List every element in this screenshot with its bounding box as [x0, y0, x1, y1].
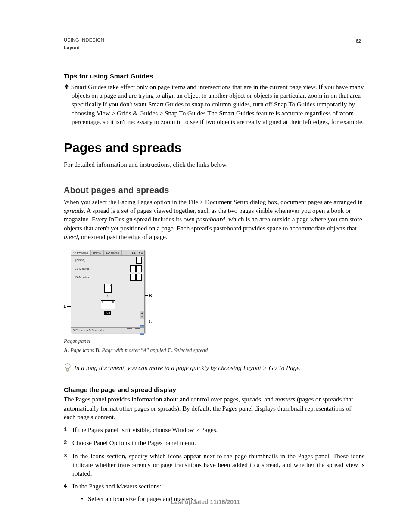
running-header: USING INDESIGN Layout 62	[64, 37, 364, 51]
tab-pages[interactable]: ◇ PAGES	[71, 250, 91, 255]
master-a-row[interactable]: A-Master	[71, 264, 144, 273]
step-item: In the Icons section, specify which icon…	[64, 452, 364, 478]
panel-footer-status: 8 Pages in 5 Spreads	[73, 328, 104, 333]
new-page-icon[interactable]	[127, 328, 132, 333]
master-thumb-icon	[130, 265, 136, 272]
steps-list: If the Pages panel isn't visible, choose…	[64, 426, 364, 503]
tab-info[interactable]: INFO	[91, 250, 104, 255]
step-item: If the Pages panel isn't visible, choose…	[64, 426, 364, 434]
last-updated-footer: Last updated 11/16/2011	[0, 498, 411, 506]
master-none-row[interactable]: [None]	[71, 256, 144, 264]
change-display-heading: Change the page and spread display	[64, 386, 364, 394]
figure-caption-title: Pages panel	[64, 338, 364, 345]
master-thumb-icon	[136, 274, 142, 281]
step-item: Choose Panel Options in the Pages panel …	[64, 439, 364, 447]
master-thumb-icon	[136, 265, 142, 272]
figure-caption-legend: A. Page icons B. Page with master "A" ap…	[64, 347, 364, 354]
tip-block: In a long document, you can move to a pa…	[64, 364, 364, 375]
tip-text: In a long document, you can move to a pa…	[74, 364, 301, 372]
about-paragraph: When you select the Facing Pages option …	[64, 198, 364, 241]
lightbulb-icon	[64, 364, 74, 375]
tab-layers[interactable]: LAYERS	[104, 250, 122, 255]
master-thumb-icon	[130, 274, 136, 281]
callout-c-label: C	[149, 319, 152, 325]
selected-spread-label: 2-3	[104, 311, 111, 315]
tips-heading: Tips for using Smart Guides	[64, 72, 364, 81]
page-label: 1	[71, 294, 144, 298]
panel-scrollbar[interactable]: ▴ ▾	[140, 316, 144, 319]
svg-point-0	[65, 364, 70, 369]
panel-menu-icon[interactable]: ▾≡	[137, 250, 144, 255]
pages-panel: ◇ PAGES INFO LAYERS ▸▸ ▾≡ [None] A-Maste…	[71, 250, 145, 333]
page-number: 62	[352, 37, 364, 51]
change-display-paragraph: The Pages panel provides information abo…	[64, 395, 364, 421]
panel-collapse-icon[interactable]: ▸▸	[131, 250, 137, 255]
page-title: Pages and spreads	[64, 139, 364, 157]
header-section: Layout	[64, 44, 104, 51]
about-heading: About pages and spreads	[64, 184, 364, 196]
callout-a-label: A	[63, 304, 66, 310]
tips-bullet: Smart Guides take effect only on page it…	[64, 83, 364, 126]
spread-thumb[interactable]: B B	[101, 300, 115, 309]
pages-area: ▴ ▾ ▼ A 1 B B	[71, 283, 144, 324]
master-thumb-icon	[136, 257, 142, 264]
trash-icon[interactable]	[135, 328, 140, 333]
panel-tab-bar: ◇ PAGES INFO LAYERS ▸▸ ▾≡	[71, 250, 144, 256]
header-title: USING INDESIGN	[64, 37, 104, 44]
intro-paragraph: For detailed information and instruction…	[64, 160, 364, 169]
master-b-row[interactable]: B-Master	[71, 273, 144, 282]
callout-b-label: B	[149, 293, 152, 299]
pages-panel-figure: A B C ◇ PAGES INFO LAYERS ▸▸ ▾≡	[64, 250, 364, 354]
panel-footer: 8 Pages in 5 Spreads	[71, 327, 144, 333]
